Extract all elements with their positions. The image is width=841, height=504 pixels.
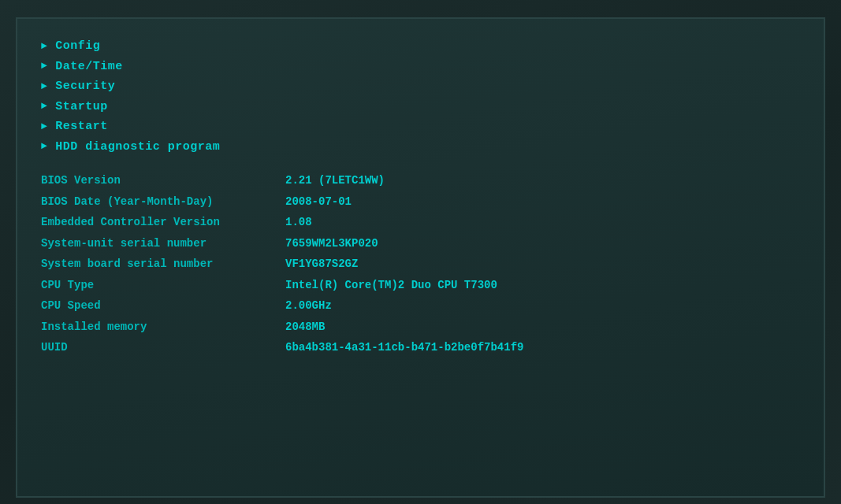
info-label: BIOS Version [41,171,285,191]
info-row: CPU TypeIntel(R) Core(TM)2 Duo CPU T7300 [41,276,800,295]
menu-arrow-icon: ► [41,138,47,155]
info-row: CPU Speed2.00GHz [41,296,800,316]
menu-item-hdd-diagnostic-program[interactable]: ►HDD diagnostic program [41,137,800,158]
info-value: 2008-07-01 [285,192,352,212]
info-row: System-unit serial number7659WM2L3KP020 [41,234,800,254]
info-value: 2.21 (7LETC1WW) [285,171,385,191]
info-label: System-unit serial number [41,234,285,254]
menu-arrow-icon: ► [41,78,47,95]
menu-item-restart[interactable]: ►Restart [41,117,800,137]
menu-arrow-icon: ► [41,98,47,115]
info-value: 6ba4b381-4a31-11cb-b471-b2be0f7b41f9 [285,338,523,358]
menu-item-label: Date/Time [55,57,123,77]
menu-item-date/time[interactable]: ►Date/Time [41,57,800,77]
info-row: Installed memory2048MB [41,317,800,337]
menu-item-label: Restart [55,117,108,137]
info-label: CPU Type [41,276,285,295]
menu-arrow-icon: ► [41,57,47,75]
menu-item-startup[interactable]: ►Startup [41,97,800,117]
info-value: 2.00GHz [285,296,332,316]
info-section: BIOS Version2.21 (7LETC1WW)BIOS Date (Ye… [41,171,800,358]
info-row: BIOS Date (Year-Month-Day)2008-07-01 [41,192,800,212]
menu-item-config[interactable]: ►Config [41,36,800,57]
info-label: Installed memory [41,317,285,337]
info-value: 1.08 [285,213,312,232]
info-value: Intel(R) Core(TM)2 Duo CPU T7300 [285,276,497,295]
bios-title-bar [0,0,841,11]
menu-arrow-icon: ► [41,118,47,135]
info-label: UUID [41,338,285,358]
info-label: System board serial number [41,254,285,274]
menu-item-label: Security [55,76,115,97]
menu-arrow-icon: ► [41,38,47,55]
info-label: BIOS Date (Year-Month-Day) [41,192,285,212]
menu-item-label: HDD diagnostic program [55,137,220,158]
info-value: 2048MB [285,317,325,337]
bios-screen: ►Config►Date/Time►Security►Startup►Resta… [16,17,825,498]
menu-section: ►Config►Date/Time►Security►Startup►Resta… [41,36,800,157]
info-row: BIOS Version2.21 (7LETC1WW) [41,171,800,191]
menu-item-label: Config [55,36,100,57]
menu-item-label: Startup [55,97,108,117]
info-row: System board serial numberVF1YG87S2GZ [41,254,800,274]
info-label: Embedded Controller Version [41,213,285,232]
info-label: CPU Speed [41,296,285,316]
info-row: Embedded Controller Version1.08 [41,213,800,232]
bios-outer-frame: ►Config►Date/Time►Security►Startup►Resta… [0,0,841,504]
menu-item-security[interactable]: ►Security [41,76,800,97]
info-value: 7659WM2L3KP020 [285,234,378,254]
info-row: UUID6ba4b381-4a31-11cb-b471-b2be0f7b41f9 [41,338,800,358]
info-value: VF1YG87S2GZ [285,254,358,274]
